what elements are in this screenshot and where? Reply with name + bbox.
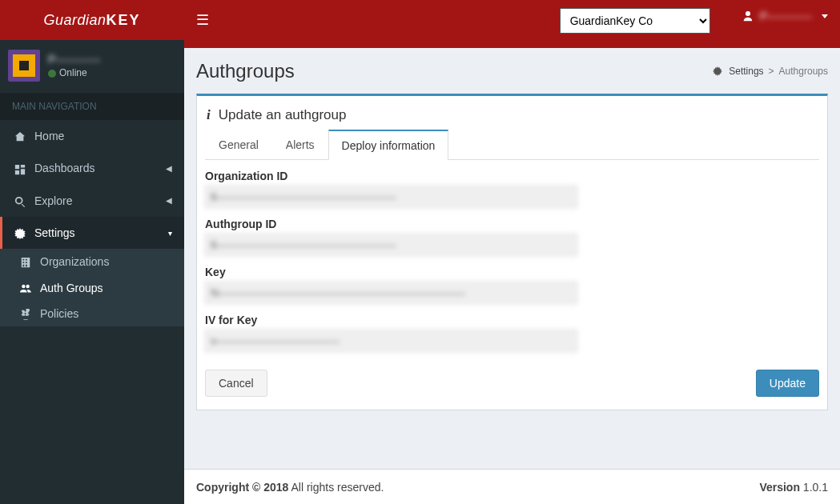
nav-auth-groups[interactable]: Auth Groups [0, 274, 184, 300]
authgroup-id-input[interactable] [205, 234, 577, 256]
nav-organizations[interactable]: Organizations [0, 249, 184, 274]
nav-label: Explore [34, 194, 72, 207]
topbar: ☰ GuardianKey Co P———— [184, 0, 840, 48]
user-icon [742, 10, 754, 22]
nav-settings[interactable]: Settings ▾ [0, 217, 184, 249]
nav-policies[interactable]: Policies [0, 301, 184, 326]
cogs-icon [12, 226, 28, 239]
sidebar: P———— Online MAIN NAVIGATION Home Dashbo… [0, 40, 184, 504]
user-panel: P———— Online [0, 40, 184, 93]
top-user-menu[interactable]: P———— [742, 10, 828, 22]
org-select[interactable]: GuardianKey Co [560, 8, 710, 34]
tab-deploy-information[interactable]: Deploy information [328, 130, 449, 160]
tabs: General Alerts Deploy information [205, 130, 819, 160]
nav-explore[interactable]: Explore ◀ [0, 185, 184, 217]
nav-label: Settings [34, 226, 75, 239]
button-row: Cancel Update [205, 370, 819, 397]
authgroup-id-label: Authgroup ID [205, 218, 819, 230]
page-heading: Authgroups Settings > Authgroups [196, 60, 828, 82]
tab-alerts[interactable]: Alerts [272, 130, 328, 160]
nav-home[interactable]: Home [0, 120, 184, 152]
page-title: Authgroups [196, 60, 295, 82]
org-id-label: Organization ID [205, 170, 819, 182]
footer-version: Version 1.0.1 [759, 481, 828, 494]
info-icon: i [207, 107, 211, 123]
scale-icon [18, 307, 34, 320]
card-update-authgroup: i Update an authgroup General Alerts Dep… [196, 94, 828, 410]
logo-text: GuardianKEY [43, 12, 140, 29]
nav-sub-label: Organizations [40, 255, 109, 268]
footer: Copyright © 2018 All rights reserved. Ve… [184, 469, 840, 504]
field-key: Key [205, 266, 819, 304]
top-header: GuardianKEY ☰ GuardianKey Co P———— [0, 0, 840, 40]
card-title: i Update an authgroup [205, 104, 819, 130]
dashboard-icon [12, 162, 28, 174]
footer-copyright: Copyright © 2018 All rights reserved. [196, 481, 384, 494]
menu-toggle-icon[interactable]: ☰ [196, 6, 209, 34]
breadcrumb-sep: > [769, 66, 774, 77]
nav-sub-label: Policies [40, 307, 78, 320]
chevron-down-icon: ▾ [168, 229, 172, 238]
update-button[interactable]: Update [756, 370, 819, 397]
home-icon [12, 130, 28, 142]
caret-down-icon [822, 14, 828, 18]
users-icon [18, 281, 34, 294]
nav-sub-label: Auth Groups [40, 282, 103, 294]
gear-icon [713, 66, 722, 77]
breadcrumb: Settings > Authgroups [713, 66, 828, 77]
breadcrumb-leaf: Authgroups [779, 66, 828, 77]
field-iv: IV for Key [205, 314, 819, 352]
logo[interactable]: GuardianKEY [0, 0, 184, 40]
main-content: Authgroups Settings > Authgroups i Updat… [184, 48, 840, 504]
key-label: Key [205, 266, 819, 278]
nav-header: MAIN NAVIGATION [0, 93, 184, 120]
iv-input[interactable] [205, 330, 577, 352]
nav-label: Home [34, 130, 64, 142]
field-authgroup-id: Authgroup ID [205, 218, 819, 256]
org-id-input[interactable] [205, 186, 577, 208]
nav-dashboards[interactable]: Dashboards ◀ [0, 152, 184, 184]
breadcrumb-root[interactable]: Settings [729, 66, 763, 77]
building-icon [18, 255, 34, 268]
search-icon [12, 194, 28, 207]
sidebar-user-name: P———— [48, 53, 100, 66]
cancel-button[interactable]: Cancel [205, 370, 267, 397]
iv-label: IV for Key [205, 314, 819, 326]
top-user-name: P———— [760, 10, 812, 22]
chevron-left-icon: ◀ [166, 196, 172, 205]
nav-settings-submenu: Organizations Auth Groups Policies [0, 249, 184, 326]
status-online-icon [48, 70, 56, 78]
nav-label: Dashboards [34, 162, 95, 174]
tab-general[interactable]: General [205, 130, 272, 160]
key-input[interactable] [205, 282, 577, 304]
chevron-left-icon: ◀ [166, 164, 172, 173]
sidebar-user-status: Online [48, 67, 100, 78]
field-organization-id: Organization ID [205, 170, 819, 208]
avatar [8, 50, 40, 82]
